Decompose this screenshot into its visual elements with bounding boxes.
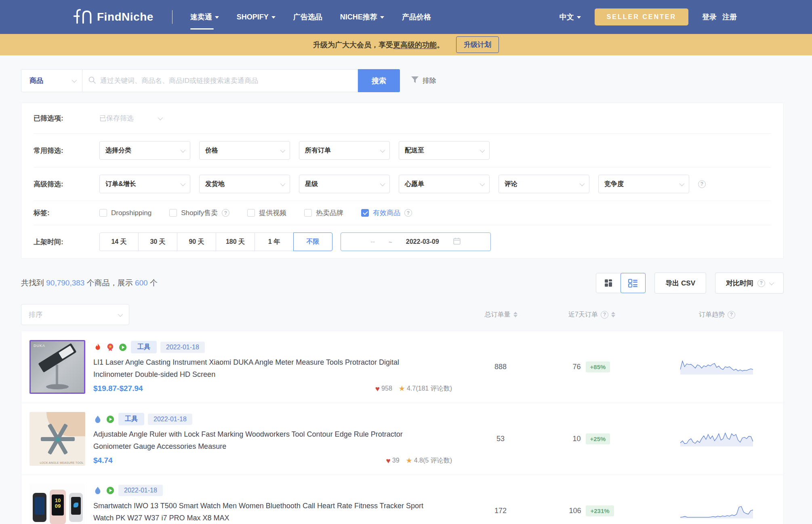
upgrade-plan-button[interactable]: 升级计划 <box>456 36 499 53</box>
shown-count[interactable]: 600 <box>135 279 148 287</box>
help-icon[interactable]: ? <box>728 311 735 319</box>
register-link[interactable]: 注册 <box>722 12 737 22</box>
growth-badge: +25% <box>586 433 610 444</box>
checkbox-has-video[interactable]: 提供视频 <box>247 208 286 218</box>
caret-down-icon <box>271 16 276 19</box>
main-content: 商品 搜索 排除 <box>21 69 784 524</box>
results-bar: 共找到 90,790,383 个商品，展示 600 个 <box>21 273 784 294</box>
listing-time-unlimited[interactable]: 不限 <box>293 232 332 251</box>
filter-ship-to-select[interactable]: 配送至 <box>399 141 490 160</box>
checkbox-shopify-selling[interactable]: Shopify售卖 ? <box>169 208 229 218</box>
language-selector[interactable]: 中文 <box>560 12 581 22</box>
search-input[interactable] <box>100 77 352 85</box>
search-icon <box>88 76 96 86</box>
video-play-icon[interactable] <box>106 486 115 495</box>
help-icon[interactable]: ? <box>601 311 608 319</box>
help-icon[interactable]: ? <box>222 209 229 217</box>
video-play-icon[interactable] <box>106 415 115 424</box>
filter-wishlist-select[interactable]: 心愿单 <box>399 175 490 193</box>
filter-orders-select[interactable]: 所有订单 <box>299 141 390 160</box>
saved-filters-dropdown[interactable]: 已保存筛选 <box>99 110 162 126</box>
nav-item-niche-recommend[interactable]: NICHE推荐 <box>340 12 384 22</box>
listing-date-tag: 2022-01-18 <box>160 342 205 353</box>
seller-center-button[interactable]: SELLER CENTER <box>595 8 688 25</box>
checkbox-dropshipping[interactable]: Dropshipping <box>99 209 151 217</box>
filter-price-select[interactable]: 价格 <box>199 141 290 160</box>
compare-time-button[interactable]: 对比时间 ? <box>715 273 784 294</box>
top-navbar: FindNiche 速卖通 SHOPIFY 广告选品 NICHE推荐 <box>0 0 812 34</box>
category-tag[interactable]: 工具 <box>118 413 144 425</box>
filter-category-select[interactable]: 选择分类 <box>99 141 190 160</box>
product-title[interactable]: Adjustable Angle Ruler with Lock Fast Ma… <box>93 429 429 452</box>
best-seller-medal-icon <box>106 343 115 352</box>
upgrade-banner: 升级为广大大会员，享受更高级的功能。 升级计划 <box>0 34 812 55</box>
checkbox-hot-brand[interactable]: 热卖品牌 <box>304 208 343 218</box>
listing-time-30d[interactable]: 30 天 <box>138 232 177 251</box>
listing-date-tag: 2022-01-18 <box>118 485 163 496</box>
calendar-icon <box>453 237 461 247</box>
star-icon: ★ <box>399 385 405 392</box>
help-icon: ? <box>757 279 765 287</box>
listing-time-14d[interactable]: 14 天 <box>99 232 139 251</box>
chevron-down-icon <box>580 181 585 186</box>
filter-panel: 已筛选项: 已保存筛选 常用筛选: 选择分类 价格 <box>21 103 784 259</box>
list-header: 排序 总订单量 近7天订单 ? 订单趋势 ? <box>21 304 784 325</box>
filter-ship-from-select[interactable]: 发货地 <box>199 175 290 193</box>
column-total-orders[interactable]: 总订单量 <box>469 311 533 319</box>
listing-time-180d[interactable]: 180 天 <box>216 232 255 251</box>
funnel-icon <box>410 75 419 86</box>
common-filters-row: 常用筛选: 选择分类 价格 所有订单 配送至 <box>34 134 771 167</box>
water-drop-icon <box>93 486 102 495</box>
chevron-down-icon <box>679 181 685 186</box>
findniche-page: FindNiche 速卖通 SHOPIFY 广告选品 NICHE推荐 <box>0 0 812 524</box>
chevron-down-icon <box>158 115 163 120</box>
category-tag[interactable]: 工具 <box>131 341 157 353</box>
nav-item-product-price[interactable]: 产品价格 <box>402 12 431 22</box>
product-price: $19.87-$27.94 <box>93 384 143 393</box>
product-row: LOCK ANGLE MEASURE TOOL 工具 2022-01-18 Ad… <box>21 403 783 475</box>
chevron-down-icon <box>380 181 385 186</box>
filter-orders-growth-select[interactable]: 订单&增长 <box>99 175 190 193</box>
findniche-logo[interactable]: FindNiche <box>72 8 154 26</box>
checkbox-icon <box>99 209 107 217</box>
video-play-icon[interactable] <box>118 343 127 352</box>
results-count: 共找到 90,790,383 个商品，展示 600 个 <box>21 278 158 288</box>
product-title[interactable]: LI1 Laser Angle Casting Instrument Xiaom… <box>93 357 429 380</box>
filter-reviews-select[interactable]: 评论 <box>499 175 589 193</box>
exclude-filter[interactable]: 排除 <box>410 75 436 86</box>
navbar-left: FindNiche 速卖通 SHOPIFY 广告选品 NICHE推荐 <box>72 8 560 26</box>
product-image[interactable]: 10 09 FAST SHIPPING IN STOCK <box>29 484 85 524</box>
product-title[interactable]: Smartwatch IWO 13 T500 Smart Watch Men W… <box>93 500 429 524</box>
search-button[interactable]: 搜索 <box>358 69 400 92</box>
filter-competition-select[interactable]: 竞争度 <box>598 175 689 193</box>
grid-view-icon <box>604 278 613 288</box>
export-csv-button[interactable]: 导出 CSV <box>654 273 706 294</box>
listing-time-1y[interactable]: 1 年 <box>255 232 294 251</box>
login-link[interactable]: 登录 <box>702 12 717 22</box>
search-category-select[interactable]: 商品 <box>21 69 82 92</box>
heart-icon: ♥ <box>386 457 391 465</box>
help-icon[interactable]: ? <box>404 209 412 217</box>
total-count[interactable]: 90,790,383 <box>46 279 84 287</box>
order-trend-sparkline <box>680 359 753 376</box>
product-image[interactable]: LOCK ANGLE MEASURE TOOL <box>29 412 85 466</box>
date-range-picker[interactable]: -- ~ 2022-03-09 <box>341 232 491 251</box>
sort-arrows-icon[interactable] <box>611 312 615 317</box>
wishlist-count: ♥39 <box>386 457 400 465</box>
sort-arrows-icon[interactable] <box>513 312 517 317</box>
filter-star-select[interactable]: 星级 <box>299 175 390 193</box>
nav-item-ad-products[interactable]: 广告选品 <box>293 12 322 22</box>
caret-down-icon <box>380 16 384 19</box>
chevron-down-icon <box>118 311 123 317</box>
upgrade-banner-text: 升级为广大大会员，享受更高级的功能。 <box>313 40 444 50</box>
nav-item-aliexpress[interactable]: 速卖通 <box>190 12 219 22</box>
column-recent-orders[interactable]: 近7天订单 ? <box>533 311 650 319</box>
grid-view-button[interactable] <box>596 273 621 293</box>
listing-time-90d[interactable]: 90 天 <box>177 232 216 251</box>
product-image[interactable]: DUKA <box>29 340 85 394</box>
checkbox-valid-product[interactable]: 有效商品 ? <box>361 208 412 218</box>
help-icon[interactable]: ? <box>698 180 706 188</box>
list-view-button[interactable] <box>621 273 646 293</box>
sort-dropdown[interactable]: 排序 <box>21 304 129 325</box>
nav-item-shopify[interactable]: SHOPIFY <box>237 13 276 21</box>
